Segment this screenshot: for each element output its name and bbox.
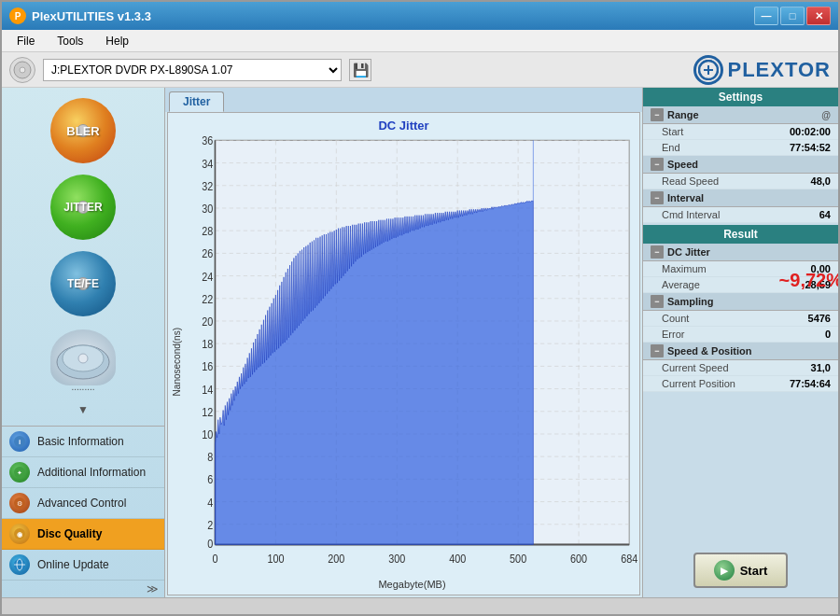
svg-text:34: 34 — [202, 157, 213, 171]
cmd-interval-label: Cmd Interval — [662, 209, 720, 220]
current-speed-label: Current Speed — [662, 362, 729, 373]
plextor-logo-icon — [693, 55, 723, 85]
nav-additional-icon: ✦ — [9, 462, 30, 483]
range-at-symbol: @ — [821, 110, 831, 120]
disc-other-icon — [50, 329, 116, 385]
dc-jitter-avg-label: Average — [662, 279, 700, 290]
nav-disc-quality[interactable]: ◉ Disc Quality — [2, 519, 164, 550]
read-speed-value: 48,0 — [811, 175, 831, 187]
maximize-button[interactable]: □ — [780, 7, 805, 25]
drive-selector[interactable]: J:PLEXTOR DVDR PX-L890SA 1.07 — [43, 59, 342, 81]
sidebar-discs: BLER JITTER TE/FE — [2, 88, 164, 426]
sampling-group-header: − Sampling — [643, 293, 838, 311]
disc-bler[interactable]: BLER — [32, 95, 134, 166]
sampling-label: Sampling — [667, 296, 714, 307]
svg-text:36: 36 — [202, 134, 213, 148]
range-start-row: Start 00:02:00 — [643, 124, 838, 140]
settings-header: Settings — [643, 88, 838, 106]
range-collapse[interactable]: − — [651, 108, 664, 121]
save-button[interactable]: 💾 — [349, 59, 371, 81]
sampling-error-row: Error 0 — [643, 327, 838, 343]
disc-jitter[interactable]: JITTER — [32, 172, 134, 243]
title-bar-left: P PlexUTILITIES v1.3.3 — [9, 7, 151, 24]
disc-tefe-circle: TE/FE — [50, 251, 116, 316]
sampling-error-value: 0 — [825, 329, 831, 340]
svg-text:✦: ✦ — [17, 469, 22, 476]
range-label: Range — [667, 109, 699, 120]
sidebar-scroll-down[interactable]: ▼ — [76, 401, 91, 418]
interval-collapse[interactable]: − — [651, 191, 664, 204]
nav-advanced-label: Advanced Control — [37, 497, 126, 510]
current-position-row: Current Position 77:54:64 — [643, 376, 838, 392]
menu-file[interactable]: File — [7, 33, 44, 49]
speed-group-header: − Speed — [643, 156, 838, 174]
app-icon: P — [9, 7, 26, 24]
start-button-icon: ▶ — [714, 560, 735, 581]
content-area: Jitter DC Jitter Nanosecond(ns) — [165, 88, 642, 597]
nav-online-update[interactable]: Online Update — [2, 550, 164, 581]
tab-jitter[interactable]: Jitter — [169, 91, 224, 112]
svg-text:6: 6 — [207, 473, 213, 487]
svg-text:0: 0 — [212, 552, 217, 566]
start-button[interactable]: ▶ Start — [693, 553, 789, 588]
svg-text:300: 300 — [388, 552, 405, 566]
sidebar-expand[interactable]: ≫ — [2, 581, 164, 597]
cmd-interval-row: Cmd Interval 64 — [643, 207, 838, 223]
svg-point-1 — [20, 67, 25, 73]
menu-help[interactable]: Help — [96, 33, 138, 49]
svg-text:18: 18 — [202, 337, 213, 351]
disc-other[interactable]: ......... — [32, 325, 134, 396]
speed-label: Speed — [667, 159, 698, 170]
svg-text:24: 24 — [202, 270, 213, 284]
svg-text:200: 200 — [328, 552, 344, 566]
sampling-count-value: 5476 — [808, 313, 831, 324]
speed-collapse[interactable]: − — [651, 158, 664, 171]
svg-text:400: 400 — [449, 552, 466, 566]
dc-jitter-group-header: − DC Jitter — [643, 244, 838, 261]
disc-tefe[interactable]: TE/FE — [32, 248, 134, 319]
current-speed-value: 31,0 — [811, 362, 831, 373]
menu-tools[interactable]: Tools — [48, 33, 92, 49]
nav-advanced-control[interactable]: ⚙ Advanced Control — [2, 488, 164, 519]
svg-text:500: 500 — [510, 552, 526, 566]
nav-basic-information[interactable]: i Basic Information — [2, 427, 164, 457]
dc-jitter-collapse[interactable]: − — [651, 245, 664, 259]
svg-text:600: 600 — [570, 552, 587, 566]
dc-jitter-result-label: DC Jitter — [667, 246, 710, 258]
chart-container: DC Jitter Nanosecond(ns) — [167, 112, 640, 595]
nav-additional-information[interactable]: ✦ Additional Information — [2, 457, 164, 488]
range-end-row: End 77:54:52 — [643, 140, 838, 156]
range-start-label: Start — [662, 126, 683, 137]
current-position-value: 77:54:64 — [790, 378, 831, 389]
minimize-button[interactable]: — — [754, 7, 778, 25]
nav-basic-icon: i — [9, 431, 30, 452]
disc-bler-circle: BLER — [50, 98, 116, 163]
cmd-interval-value: 64 — [819, 209, 831, 220]
sampling-error-label: Error — [662, 329, 684, 340]
range-start-value: 00:02:00 — [790, 126, 831, 137]
interval-group-header: − Interval — [643, 189, 838, 207]
range-group-header: − Range @ — [643, 106, 838, 124]
sampling-count-row: Count 5476 — [643, 311, 838, 327]
start-button-label: Start — [740, 564, 768, 578]
disc-other-dots: ......... — [71, 382, 94, 392]
svg-text:0: 0 — [207, 537, 213, 551]
svg-text:◉: ◉ — [17, 531, 22, 538]
jitter-percent-badge: ~9,72% — [779, 270, 838, 291]
start-btn-area: ▶ Start — [643, 543, 838, 597]
interval-label: Interval — [667, 192, 704, 203]
current-speed-row: Current Speed 31,0 — [643, 360, 838, 376]
status-bar — [2, 597, 838, 616]
right-panel: Settings − Range @ Start 00:02:00 End 77… — [642, 88, 838, 597]
svg-text:8: 8 — [207, 450, 213, 464]
drive-bar: J:PLEXTOR DVDR PX-L890SA 1.07 💾 PLEXTOR — [2, 52, 838, 88]
sampling-count-label: Count — [662, 313, 689, 324]
nav-online-update-label: Online Update — [37, 558, 109, 571]
svg-text:684: 684 — [621, 552, 637, 566]
range-end-label: End — [662, 142, 680, 153]
close-button[interactable]: ✕ — [806, 7, 831, 25]
speed-pos-collapse[interactable]: − — [651, 344, 664, 357]
read-speed-row: Read Speed 48,0 — [643, 174, 838, 189]
sampling-collapse[interactable]: − — [651, 295, 664, 308]
disc-jitter-circle: JITTER — [50, 175, 116, 240]
